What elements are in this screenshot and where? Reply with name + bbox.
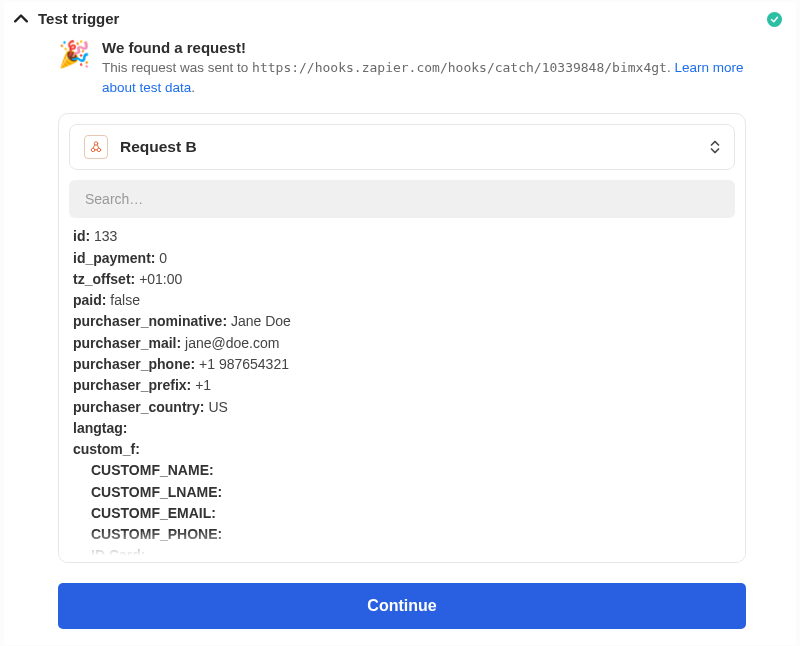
hook-url: https://hooks.zapier.com/hooks/catch/103… [252, 60, 667, 75]
field-row: custom_f: [73, 439, 731, 460]
field-key: langtag: [73, 420, 127, 436]
field-key: purchaser_prefix: [73, 377, 191, 393]
field-key: tz_offset: [73, 271, 135, 287]
field-key: id: [73, 228, 90, 244]
request-selector-label: Request B [120, 138, 197, 156]
continue-wrap: Continue [4, 563, 796, 645]
field-value: +1 987654321 [199, 356, 289, 372]
field-row: id: 133 [73, 226, 731, 247]
field-key: purchaser_phone: [73, 356, 195, 372]
custom-subfield: CUSTOMF_PHONE: [91, 524, 731, 545]
svg-point-1 [97, 149, 101, 153]
desc-trail: . [191, 80, 195, 95]
status-success-icon [767, 12, 782, 27]
party-popper-icon: 🎉 [58, 41, 90, 67]
svg-point-0 [91, 149, 95, 153]
field-value: 0 [159, 250, 167, 266]
custom-subfield: CUSTOMF_EMAIL: [91, 503, 731, 524]
field-key: id_payment: [73, 250, 155, 266]
request-data-card: Request B id: 133id_payment: 0tz_offset:… [58, 113, 746, 563]
field-key: paid: [73, 292, 106, 308]
field-value: +01:00 [139, 271, 182, 287]
field-row: langtag: [73, 418, 731, 439]
field-value: Jane Doe [231, 313, 291, 329]
field-row: purchaser_nominative: Jane Doe [73, 311, 731, 332]
found-request-text: We found a request! This request was sen… [102, 39, 756, 97]
custom-subfield: CUSTOMF_LNAME: [91, 482, 731, 503]
field-row: purchaser_prefix: +1 [73, 375, 731, 396]
field-key: purchaser_country: [73, 399, 204, 415]
field-key: custom_f: [73, 441, 140, 457]
field-key: purchaser_mail: [73, 335, 181, 351]
found-request-banner: 🎉 We found a request! This request was s… [4, 35, 796, 105]
custom-subfield: ID Card: [91, 545, 731, 563]
request-fields-list: id: 133id_payment: 0tz_offset: +01:00pai… [69, 226, 735, 563]
field-row: purchaser_phone: +1 987654321 [73, 354, 731, 375]
field-key: purchaser_nominative: [73, 313, 227, 329]
custom-subfield: CUSTOMF_NAME: [91, 460, 731, 481]
field-value: US [208, 399, 227, 415]
desc-prefix: This request was sent to [102, 60, 252, 75]
field-value: false [110, 292, 140, 308]
found-headline: We found a request! [102, 39, 756, 56]
field-row: purchaser_mail: jane@doe.com [73, 333, 731, 354]
field-row: purchaser_country: US [73, 397, 731, 418]
field-value: jane@doe.com [185, 335, 279, 351]
section-header[interactable]: Test trigger [4, 2, 796, 35]
found-description: This request was sent to https://hooks.z… [102, 58, 756, 97]
selector-sort-icon [710, 141, 720, 154]
search-row[interactable] [69, 180, 735, 218]
section-title: Test trigger [38, 10, 119, 27]
continue-button[interactable]: Continue [58, 583, 746, 629]
webhook-icon [84, 135, 108, 159]
field-value: +1 [195, 377, 211, 393]
field-row: id_payment: 0 [73, 248, 731, 269]
test-trigger-panel: Test trigger 🎉 We found a request! This … [4, 2, 796, 645]
field-row: paid: false [73, 290, 731, 311]
search-input[interactable] [83, 190, 721, 208]
field-row: tz_offset: +01:00 [73, 269, 731, 290]
chevron-up-icon [14, 12, 28, 26]
request-selector[interactable]: Request B [69, 124, 735, 170]
field-value: 133 [94, 228, 117, 244]
